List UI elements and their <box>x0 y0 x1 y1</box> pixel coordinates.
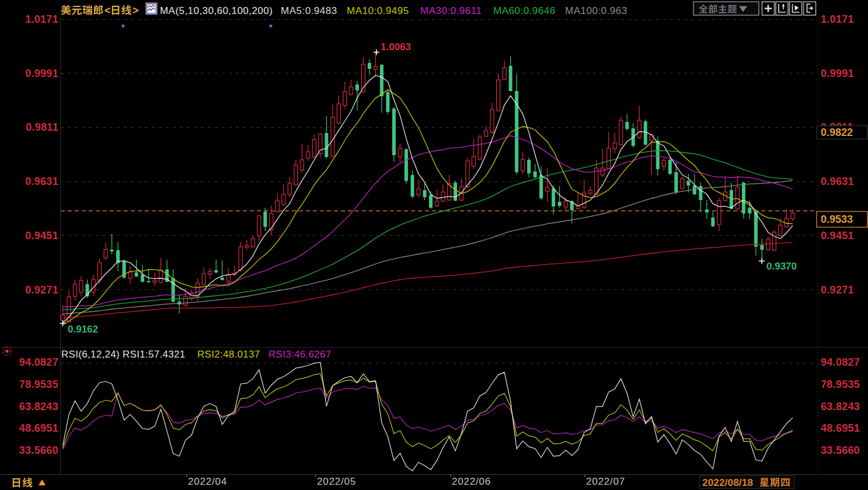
svg-text:2022/06: 2022/06 <box>452 476 491 487</box>
svg-text:MA10:0.9495: MA10:0.9495 <box>347 5 409 16</box>
svg-text:MA100:0.963: MA100:0.963 <box>565 5 628 16</box>
svg-text:48.6951: 48.6951 <box>821 422 860 434</box>
svg-text:0.9991: 0.9991 <box>821 68 854 79</box>
svg-text:0.9631: 0.9631 <box>821 176 854 187</box>
svg-text:1.0171: 1.0171 <box>821 13 854 25</box>
svg-text:33.5660: 33.5660 <box>821 444 860 456</box>
svg-text:2022/04: 2022/04 <box>188 476 227 487</box>
svg-text:RSI(6,12,24) RSI1:57.4321: RSI(6,12,24) RSI1:57.4321 <box>61 349 186 360</box>
svg-text:0.9162: 0.9162 <box>68 324 98 335</box>
svg-text:94.0827: 94.0827 <box>821 356 860 368</box>
svg-text:0.9811: 0.9811 <box>26 121 58 133</box>
svg-text:2022/07: 2022/07 <box>586 476 625 487</box>
svg-text:MA30:0.9611: MA30:0.9611 <box>420 5 482 16</box>
svg-text:63.8243: 63.8243 <box>821 401 860 412</box>
svg-text:78.9535: 78.9535 <box>19 379 58 390</box>
svg-text:63.8243: 63.8243 <box>19 401 58 412</box>
svg-text:>: > <box>133 5 139 16</box>
svg-text:MA60:0.9646: MA60:0.9646 <box>493 5 556 16</box>
svg-text:1.0063: 1.0063 <box>381 41 411 52</box>
svg-text:0.9822: 0.9822 <box>821 127 853 138</box>
svg-text:0.9533: 0.9533 <box>821 214 853 225</box>
svg-text:RSI3:46.6267: RSI3:46.6267 <box>269 349 332 360</box>
svg-text:94.0827: 94.0827 <box>19 356 58 368</box>
svg-text:0.9451: 0.9451 <box>25 230 58 242</box>
svg-text:78.9535: 78.9535 <box>821 379 860 390</box>
svg-text:<: < <box>104 5 111 16</box>
svg-text:0.9991: 0.9991 <box>25 68 58 79</box>
svg-text:33.5660: 33.5660 <box>19 444 58 456</box>
svg-text:2022/08/18: 2022/08/18 <box>702 477 753 488</box>
svg-text:MA5:0.9483: MA5:0.9483 <box>281 5 337 16</box>
svg-text:0.9451: 0.9451 <box>821 230 854 242</box>
svg-text:0.9631: 0.9631 <box>25 176 58 187</box>
svg-text:48.6951: 48.6951 <box>19 422 58 434</box>
svg-text:MA(5,10,30,60,100,200): MA(5,10,30,60,100,200) <box>160 5 273 16</box>
svg-text:2022/05: 2022/05 <box>317 476 356 487</box>
svg-text:0.9271: 0.9271 <box>821 284 854 296</box>
svg-text:1.0171: 1.0171 <box>25 13 58 25</box>
svg-text:RSI2:48.0137: RSI2:48.0137 <box>197 349 260 360</box>
svg-text:0.9370: 0.9370 <box>766 261 797 272</box>
svg-text:0.9271: 0.9271 <box>25 284 58 296</box>
